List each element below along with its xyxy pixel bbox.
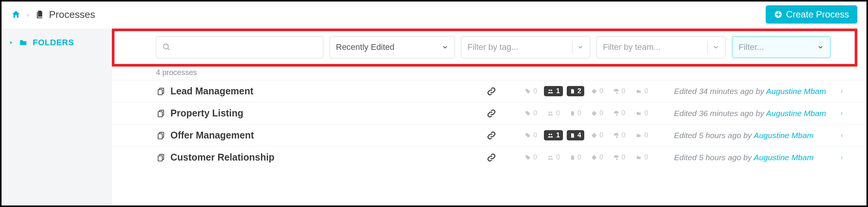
umbrella-count: 0 xyxy=(610,108,628,118)
tag-count: 0 xyxy=(522,108,540,118)
search-input[interactable] xyxy=(156,36,323,58)
edited-info: Edited 36 minutes ago by Augustine Mbam xyxy=(674,109,832,118)
file-count: 4 xyxy=(567,130,584,140)
team-placeholder: Filter by team... xyxy=(603,42,661,52)
process-stats: 0 1 2 0 0 0 xyxy=(522,86,674,96)
row-menu-button[interactable] xyxy=(832,86,851,96)
sidebar-folders[interactable]: FOLDERS xyxy=(8,38,105,48)
svg-point-27 xyxy=(841,156,842,157)
svg-point-25 xyxy=(548,156,550,157)
chevron-down-icon xyxy=(442,44,448,51)
diamond-count: 0 xyxy=(588,108,606,118)
tag-count: 0 xyxy=(522,152,540,162)
svg-point-12 xyxy=(551,111,552,113)
svg-point-5 xyxy=(551,89,552,91)
process-row: Property Listing 0 0 0 0 0 0 Edited 36 m… xyxy=(112,102,866,124)
row-menu-button[interactable] xyxy=(832,153,851,162)
edited-info: Edited 34 minutes ago by Augustine Mbam xyxy=(674,87,832,96)
author-link[interactable]: Augustine Mbam xyxy=(754,153,814,162)
svg-point-29 xyxy=(841,158,842,159)
process-title[interactable]: Customer Relationship xyxy=(157,152,461,163)
umbrella-count: 0 xyxy=(610,86,628,96)
process-title[interactable]: Property Listing xyxy=(157,108,461,119)
tag-count: 0 xyxy=(522,130,540,140)
svg-point-13 xyxy=(841,112,842,113)
svg-point-14 xyxy=(841,113,842,114)
diamond-count: 0 xyxy=(588,86,606,96)
svg-point-11 xyxy=(548,111,550,113)
svg-point-15 xyxy=(841,114,842,115)
home-icon[interactable] xyxy=(11,10,21,19)
people-count: 1 xyxy=(544,86,563,96)
process-stats: 0 1 4 0 0 0 xyxy=(522,130,674,140)
sidebar: FOLDERS xyxy=(2,29,112,204)
copy-icon[interactable] xyxy=(35,10,44,19)
sidebar-folders-label: FOLDERS xyxy=(33,38,74,48)
edited-info: Edited 5 hours ago by Augustine Mbam xyxy=(674,153,832,162)
svg-point-21 xyxy=(841,135,842,136)
create-process-label: Create Process xyxy=(786,9,849,20)
svg-point-4 xyxy=(548,89,550,91)
chevron-down-icon xyxy=(577,44,584,51)
author-link[interactable]: Augustine Mbam xyxy=(766,87,826,96)
filter-by-tag[interactable]: Filter by tag... xyxy=(461,36,590,58)
umbrella-count: 0 xyxy=(610,130,628,140)
create-process-button[interactable]: Create Process xyxy=(766,5,857,24)
process-row: Lead Management 0 1 2 0 0 0 Edited 34 mi… xyxy=(112,80,866,102)
diamond-count: 0 xyxy=(588,152,606,162)
copy-icon xyxy=(157,109,165,118)
umbrella-count: 0 xyxy=(610,152,628,162)
svg-rect-17 xyxy=(158,134,162,139)
filter-extra[interactable]: Filter... xyxy=(732,36,831,58)
svg-point-22 xyxy=(841,136,842,137)
svg-point-18 xyxy=(548,134,550,135)
folder-count: 0 xyxy=(632,108,651,118)
link-icon[interactable] xyxy=(461,87,522,96)
author-link[interactable]: Augustine Mbam xyxy=(766,109,826,118)
edited-info: Edited 5 hours ago by Augustine Mbam xyxy=(674,131,832,140)
file-count: 2 xyxy=(567,86,584,96)
process-stats: 0 0 0 0 0 0 xyxy=(522,108,674,118)
folder-count: 0 xyxy=(632,86,651,96)
link-icon[interactable] xyxy=(461,131,522,140)
svg-point-19 xyxy=(551,134,552,135)
link-icon[interactable] xyxy=(461,153,522,162)
copy-icon xyxy=(157,131,165,140)
people-count: 1 xyxy=(544,130,563,140)
diamond-count: 0 xyxy=(588,130,606,140)
svg-rect-10 xyxy=(158,111,162,117)
folder-count: 0 xyxy=(632,130,651,140)
author-link[interactable]: Augustine Mbam xyxy=(754,131,814,140)
sort-select[interactable]: Recently Edited xyxy=(329,36,455,58)
process-title[interactable]: Offer Management xyxy=(157,130,461,141)
filter-bar: Recently Edited Filter by tag... Filter … xyxy=(112,29,866,66)
svg-rect-3 xyxy=(158,89,162,95)
chevron-down-icon xyxy=(712,44,719,51)
tag-placeholder: Filter by tag... xyxy=(467,42,518,52)
link-icon[interactable] xyxy=(461,109,522,118)
people-count: 0 xyxy=(544,152,563,162)
chevron-down-icon xyxy=(817,44,824,51)
copy-icon xyxy=(157,87,165,96)
process-row: Offer Management 0 1 4 0 0 0 Edited 5 ho… xyxy=(112,124,866,146)
people-count: 0 xyxy=(544,108,563,118)
filter-by-team[interactable]: Filter by team... xyxy=(596,36,726,58)
breadcrumb: › Processes xyxy=(11,9,95,21)
row-menu-button[interactable] xyxy=(832,131,851,140)
process-stats: 0 0 0 0 0 0 xyxy=(522,152,674,162)
file-count: 0 xyxy=(567,108,584,118)
svg-point-8 xyxy=(841,92,842,92)
search-field[interactable] xyxy=(176,42,317,52)
process-count: 4 processes xyxy=(112,66,866,80)
file-count: 0 xyxy=(567,152,584,162)
sort-label: Recently Edited xyxy=(336,42,394,52)
extra-placeholder: Filter... xyxy=(739,42,764,52)
process-title[interactable]: Lead Management xyxy=(157,86,461,97)
svg-point-7 xyxy=(841,91,842,92)
folder-count: 0 xyxy=(632,152,651,162)
svg-point-6 xyxy=(841,90,842,91)
row-menu-button[interactable] xyxy=(832,108,851,118)
process-row: Customer Relationship 0 0 0 0 0 0 Edited… xyxy=(112,146,866,168)
svg-point-1 xyxy=(164,44,169,49)
page-title[interactable]: Processes xyxy=(49,9,95,21)
